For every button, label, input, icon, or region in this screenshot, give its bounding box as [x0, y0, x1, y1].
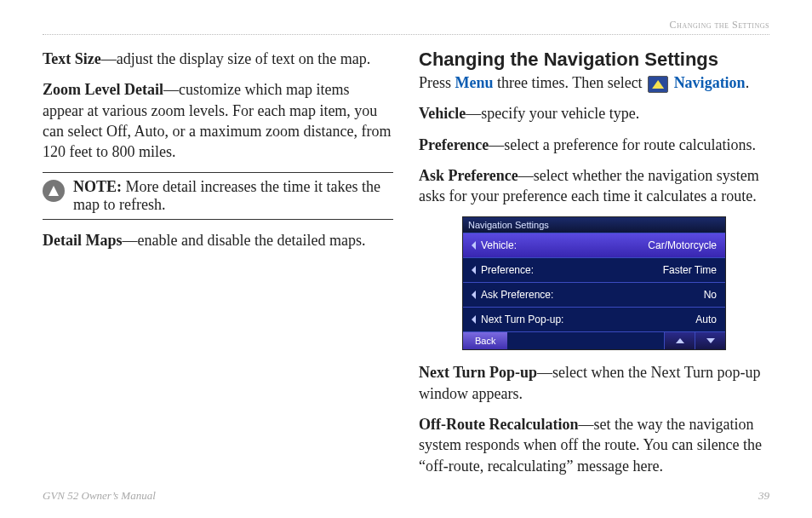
device-row-ask[interactable]: Ask Preference: No [463, 282, 725, 307]
intro-para: Press Menu three times. Then select Navi… [419, 72, 769, 93]
device-row-label: Ask Preference: [481, 289, 553, 301]
device-row-value: Car/Motorcycle [648, 239, 717, 251]
note-icon [43, 180, 65, 202]
detail-maps-label: Detail Maps [43, 232, 123, 249]
page-footer: GVN 52 Owner’s Manual 39 [43, 489, 769, 503]
device-row-vehicle[interactable]: Vehicle: Car/Motorcycle [463, 233, 725, 257]
device-title: Navigation Settings [463, 217, 725, 233]
arrow-left-icon [472, 315, 476, 324]
text-size-para: Text Size—adjust the display size of tex… [43, 49, 393, 69]
device-footer: Back [463, 331, 725, 349]
left-column: Text Size—adjust the display size of tex… [43, 49, 393, 486]
detail-maps-body: —enable and disable the detailed maps. [123, 232, 366, 249]
intro-end: . [746, 74, 750, 91]
zoom-level-para: Zoom Level Detail—customize which map it… [43, 79, 393, 162]
right-column: Changing the Navigation Settings Press M… [419, 49, 769, 486]
device-row-value: Faster Time [663, 264, 717, 276]
arrow-left-icon [472, 241, 476, 250]
text-size-body: —adjust the display size of text on the … [101, 50, 370, 67]
intro-menu: Menu [455, 74, 494, 91]
preference-label: Preference [419, 136, 489, 153]
section-heading: Changing the Navigation Settings [419, 49, 769, 71]
chevron-up-icon [676, 338, 684, 343]
note-label: NOTE: [73, 178, 122, 195]
offroute-label: Off-Route Recalculation [419, 416, 578, 433]
footer-left: GVN 52 Owner’s Manual [43, 489, 156, 503]
vehicle-label: Vehicle [419, 105, 466, 122]
intro-nav: Navigation [670, 74, 746, 91]
ask-para: Ask Preference—select whether the naviga… [419, 165, 769, 207]
device-row-next-turn[interactable]: Next Turn Pop-up: Auto [463, 307, 725, 331]
intro-pre: Press [419, 74, 455, 91]
intro-mid: three times. Then select [494, 74, 647, 91]
two-column-layout: Text Size—adjust the display size of tex… [43, 49, 769, 486]
detail-maps-para: Detail Maps—enable and disable the detai… [43, 230, 393, 250]
chevron-down-icon [706, 338, 715, 343]
navigation-icon [648, 76, 668, 93]
device-row-label: Preference: [481, 264, 534, 276]
scroll-up-button[interactable] [664, 332, 695, 349]
vehicle-para: Vehicle—specify your vehicle type. [419, 103, 769, 124]
rule [43, 34, 769, 35]
device-row-value: No [704, 289, 717, 301]
note-text: NOTE: More detail increases the time it … [73, 178, 393, 214]
device-screenshot: Navigation Settings Vehicle: Car/Motorcy… [462, 216, 726, 350]
next-turn-label: Next Turn Pop-up [419, 364, 537, 381]
arrow-left-icon [472, 266, 476, 274]
offroute-para: Off-Route Recalculation—set the way the … [419, 414, 769, 476]
ask-label: Ask Preference [419, 167, 518, 184]
arrow-left-icon [472, 291, 476, 299]
page-number: 39 [758, 489, 769, 503]
device-row-label: Next Turn Pop-up: [481, 314, 563, 325]
zoom-label: Zoom Level Detail [43, 81, 163, 98]
device-row-preference[interactable]: Preference: Faster Time [463, 257, 725, 282]
note-block: NOTE: More detail increases the time it … [43, 172, 393, 220]
vehicle-body: —specify your vehicle type. [466, 105, 639, 122]
preference-body: —select a preference for route calculati… [489, 136, 756, 153]
back-button[interactable]: Back [463, 332, 507, 349]
text-size-label: Text Size [43, 50, 101, 67]
device-row-value: Auto [695, 314, 717, 325]
scroll-down-button[interactable] [695, 332, 725, 349]
header-section-label: Changing the Settings [670, 19, 769, 32]
device-row-label: Vehicle: [481, 239, 517, 251]
preference-para: Preference—select a preference for route… [419, 135, 769, 155]
next-turn-para: Next Turn Pop-up—select when the Next Tu… [419, 362, 769, 404]
svg-marker-0 [49, 186, 59, 196]
